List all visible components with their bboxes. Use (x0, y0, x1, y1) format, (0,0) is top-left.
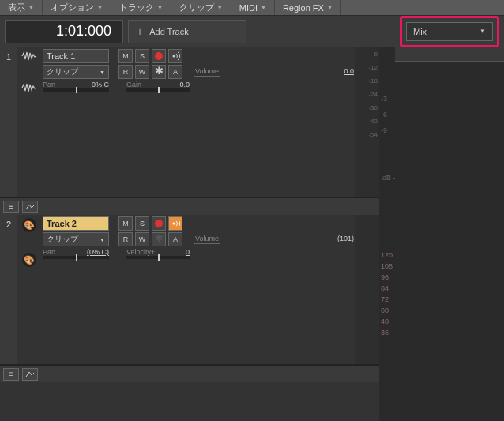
midi-palette-icon: 🎨 (22, 253, 36, 267)
mute-button[interactable]: M (118, 49, 133, 63)
clip-label: クリップ (47, 66, 78, 77)
svg-point-1 (173, 223, 175, 225)
record-dot-icon (155, 220, 163, 227)
envelope-icon (25, 370, 35, 378)
track-row: 2 🎨 🎨 Track 2 M S (0, 215, 379, 365)
add-track-label: Add Track (149, 27, 189, 36)
pan-slider[interactable] (43, 256, 109, 259)
top-toolbar: 1:01:000 + Add Track Mix ▼ (0, 16, 504, 47)
input-echo-button[interactable] (168, 216, 182, 231)
audio-wave-icon (21, 82, 37, 93)
volume-param[interactable]: Volume (101) (194, 235, 354, 244)
menu-bar: 表示▼ オプション▼ トラック▼ クリップ▼ MIDI▼ Region FX▼ (0, 0, 504, 16)
input-echo-button[interactable] (168, 49, 182, 63)
envelope-icon (25, 203, 35, 211)
gain-slider[interactable] (126, 88, 190, 92)
record-arm-button[interactable] (152, 216, 166, 231)
clip-dropdown[interactable]: クリップ ▼ (43, 232, 109, 246)
menu-view[interactable]: 表示▼ (0, 0, 43, 15)
chevron-down-icon: ▼ (97, 5, 103, 10)
fx-button[interactable]: ✱ (152, 232, 166, 246)
volume-label: Volume (194, 67, 220, 77)
db-scale: -3 -6 -9 (381, 95, 387, 142)
read-automation-button[interactable]: R (118, 232, 133, 246)
velocity-value: 0 (164, 248, 190, 256)
pan-slider[interactable] (43, 88, 109, 92)
clip-dropdown[interactable]: クリップ ▼ (43, 65, 109, 79)
chevron-down-icon: ▼ (28, 5, 34, 10)
volume-label: Volume (194, 235, 220, 244)
automation-lane-button[interactable] (22, 368, 38, 381)
solo-button[interactable]: S (135, 49, 149, 63)
fx-button[interactable]: ✱ (152, 65, 166, 79)
mix-dropdown[interactable]: Mix ▼ (406, 22, 493, 41)
track-name-input[interactable]: Track 2 (43, 216, 109, 231)
echo-icon (171, 51, 180, 61)
chevron-down-icon: ▼ (261, 5, 266, 10)
time-display[interactable]: 1:01:000 (5, 20, 123, 43)
track-name-input[interactable]: Track 1 (43, 49, 109, 63)
clip-label: クリップ (47, 234, 78, 245)
track-footer: ≡ (0, 197, 379, 215)
pan-label: Pan (43, 81, 55, 88)
track-number[interactable]: 1 (0, 47, 17, 197)
expand-button[interactable]: ≡ (3, 201, 19, 213)
volume-value: 0.0 (329, 67, 354, 77)
velocity-label: Velocity+ (126, 248, 155, 256)
mix-label: Mix (413, 27, 427, 36)
track-meter: -6 -12 -18 -24 -30 -42 -54 (355, 47, 379, 197)
chevron-down-icon: ▼ (217, 5, 223, 10)
chevron-down-icon: ▼ (100, 70, 105, 75)
write-automation-button[interactable]: W (135, 232, 149, 246)
chevron-down-icon: ▼ (327, 5, 333, 10)
read-automation-button[interactable]: R (118, 65, 133, 79)
menu-midi[interactable]: MIDI▼ (231, 0, 275, 15)
menu-regionfx[interactable]: Region FX▼ (275, 0, 341, 15)
echo-icon (171, 219, 180, 228)
db-unit-label: dB - (382, 174, 396, 182)
midi-palette-icon: 🎨 (22, 218, 36, 232)
timeline-ruler[interactable] (395, 47, 504, 62)
automation-lane-button[interactable] (22, 201, 38, 213)
menu-track[interactable]: トラック▼ (111, 0, 171, 15)
volume-value: (101) (329, 235, 354, 244)
svg-point-0 (173, 55, 175, 58)
menu-clip[interactable]: クリップ▼ (171, 0, 231, 15)
audio-wave-icon (21, 51, 37, 62)
timeline-panel[interactable]: -3 -6 -9 dB - 120 108 96 84 72 60 48 36 (379, 47, 504, 421)
expand-button[interactable]: ≡ (3, 368, 19, 381)
mute-button[interactable]: M (118, 216, 133, 231)
mix-highlight: Mix ▼ (400, 16, 499, 47)
plus-icon: + (137, 25, 143, 38)
track-list: 1 Track 1 M S ク (0, 47, 379, 421)
pan-label: Pan (43, 248, 55, 256)
chevron-down-icon: ▼ (480, 28, 486, 35)
record-arm-button[interactable] (152, 49, 166, 63)
track-row: 1 Track 1 M S ク (0, 47, 379, 197)
track-meter (355, 215, 379, 364)
volume-param[interactable]: Volume 0.0 (194, 67, 354, 77)
add-track-button[interactable]: + Add Track (128, 20, 246, 43)
record-dot-icon (155, 52, 163, 60)
chevron-down-icon: ▼ (100, 237, 105, 242)
pan-value: 0% C (84, 81, 109, 88)
automation-button[interactable]: A (168, 65, 182, 79)
midi-ruler: 120 108 96 84 72 60 48 36 (381, 251, 393, 336)
gain-value: 0.0 (164, 81, 190, 88)
write-automation-button[interactable]: W (135, 65, 149, 79)
pan-value: (0% C) (84, 248, 109, 256)
solo-button[interactable]: S (135, 216, 149, 231)
chevron-down-icon: ▼ (157, 5, 163, 10)
track-footer: ≡ (0, 365, 379, 382)
menu-options[interactable]: オプション▼ (43, 0, 111, 15)
automation-button[interactable]: A (168, 232, 182, 246)
velocity-slider[interactable] (126, 256, 190, 259)
track-number[interactable]: 2 (0, 215, 17, 364)
gain-label: Gain (126, 81, 141, 88)
